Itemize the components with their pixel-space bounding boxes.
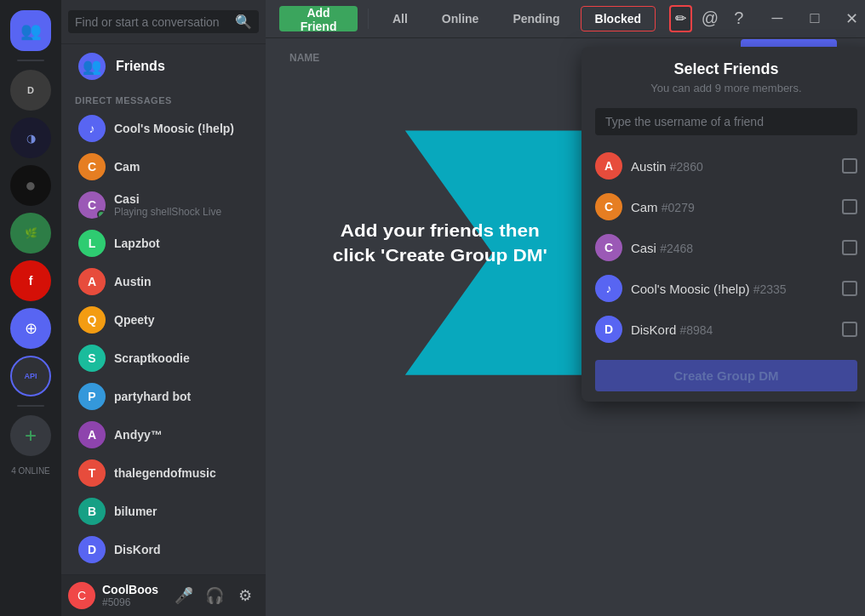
dm-item-lapzbot[interactable]: L Lapzbot (68, 225, 259, 262)
dm-status-casi: Playing shellShock Live (114, 206, 252, 218)
server-icon-dark[interactable]: ● (10, 165, 51, 206)
dm-info-bilumer: bilumer (114, 505, 252, 518)
dm-info-casi: Casi Playing shellShock Live (114, 192, 252, 218)
help-icon: ? (734, 9, 743, 28)
mic-button[interactable]: 🎤 (170, 582, 198, 609)
dm-avatar-andyy: A (78, 421, 106, 448)
modal-friend-checkbox-diskord[interactable] (842, 322, 857, 337)
search-input[interactable] (75, 15, 235, 29)
all-tab[interactable]: All (379, 6, 421, 31)
dm-name-qpeety: Qpeety (114, 313, 252, 327)
dm-info-coolsmoosic: Cool's Moosic (!help) (114, 122, 252, 135)
help-button[interactable]: ? (728, 5, 750, 32)
dm-info-qpeety: Qpeety (114, 313, 252, 327)
friends-nav-item[interactable]: 👥 Friends (68, 46, 259, 87)
svg-text:Add your friends then: Add your friends then (341, 220, 540, 241)
dm-item-partyhardbot[interactable]: P partyhard bot (68, 378, 259, 415)
dm-avatar-casi: C (78, 191, 106, 219)
add-friend-tab[interactable]: Add Friend (279, 6, 358, 31)
modal-friend-name-cam: Cam #0279 (631, 200, 842, 214)
search-icon: 🔍 (235, 14, 252, 30)
minimize-button[interactable]: ─ (764, 5, 791, 32)
modal-search-placeholder[interactable]: Type the username of a friend (595, 108, 857, 135)
channel-sidebar: 🔍 👥 Friends DIRECT MESSAGES ♪ Cool's Moo… (61, 0, 266, 616)
select-friends-modal: Select Friends You can add 9 more member… (581, 47, 865, 402)
dm-item-bilumer[interactable]: B bilumer (68, 493, 259, 530)
search-input-wrap[interactable]: 🔍 (68, 10, 259, 33)
modal-friend-tag-cam: #0279 (662, 201, 695, 214)
dm-info-thalegendofmusic: thalegendofmusic (114, 466, 252, 480)
friends-nav-icon: 👥 (78, 53, 106, 80)
dm-info-andyy: Andyy™ (114, 428, 252, 442)
dm-list: ♪ Cool's Moosic (!help) C Cam C Cas (61, 109, 266, 574)
dm-item-coolsmoosic[interactable]: ♪ Cool's Moosic (!help) (68, 110, 259, 147)
modal-friend-row-diskord[interactable]: D DisKord #8984 (581, 309, 865, 350)
modal-friend-checkbox-casi[interactable] (842, 240, 857, 255)
server-icon-dawn[interactable]: D (10, 70, 51, 111)
dm-item-andyy[interactable]: A Andyy™ (68, 416, 259, 453)
maximize-button[interactable]: □ (801, 5, 828, 32)
mention-icon: @ (702, 9, 719, 28)
modal-friend-name-casi: Casi #2468 (631, 241, 842, 255)
modal-friend-checkbox-coolsmoosic[interactable] (842, 281, 857, 296)
server-icon-green[interactable]: 🌿 (10, 213, 51, 254)
dm-item-scraptkoodie[interactable]: S Scraptkoodie (68, 339, 259, 377)
server-sidebar: 👥 D ◑ ● 🌿 f ⊕ API + 4 ONLINE (0, 0, 61, 616)
dm-item-cam[interactable]: C Cam (68, 148, 259, 185)
server-icon-fm[interactable]: f (10, 260, 51, 301)
settings-button[interactable]: ⚙ (232, 582, 259, 609)
dm-avatar-qpeety: Q (78, 306, 106, 334)
online-tab[interactable]: Online (428, 6, 493, 31)
modal-friend-checkbox-cam[interactable] (842, 199, 857, 214)
dm-item-casi[interactable]: C Casi Playing shellShock Live (68, 186, 259, 224)
modal-friend-avatar-coolsmoosic: ♪ (595, 275, 622, 302)
window-controls: ─ □ ✕ (764, 5, 865, 32)
modal-friend-row-coolsmoosic[interactable]: ♪ Cool's Moosic (!help) #2335 (581, 268, 865, 309)
server-icon-discord[interactable]: ⊕ (10, 308, 51, 349)
modal-friend-row-cam[interactable]: C Cam #0279 (581, 186, 865, 227)
headphones-button[interactable]: 🎧 (201, 582, 228, 609)
dm-item-austin[interactable]: A Austin (68, 263, 259, 300)
server-icon-api[interactable]: API (10, 356, 51, 396)
dm-info-austin: Austin (114, 275, 252, 288)
main-header: Add Friend All Online Pending Blocked ✏ … (266, 0, 865, 38)
dm-info-diskord: DisKord (114, 543, 252, 556)
blocked-tab[interactable]: Blocked (581, 6, 656, 31)
name-column-header: NAME (289, 52, 572, 64)
modal-header: Select Friends You can add 9 more member… (581, 47, 865, 98)
modal-friend-name-austin: Austin #2860 (631, 159, 842, 174)
dm-avatar-cam: C (78, 153, 106, 180)
modal-friend-name-coolsmoosic: Cool's Moosic (!help) #2335 (631, 282, 842, 296)
modal-friend-checkbox-austin[interactable] (842, 158, 857, 174)
dm-avatar-bilumer: B (78, 498, 106, 525)
search-bar: 🔍 (61, 0, 266, 44)
dm-item-diskord[interactable]: D DisKord (68, 531, 259, 568)
dm-info-cam: Cam (114, 160, 252, 174)
user-tag: #5096 (102, 596, 170, 608)
dm-item-qpeety[interactable]: Q Qpeety (68, 301, 259, 339)
modal-friend-row-casi[interactable]: C Casi #2468 (581, 227, 865, 268)
close-button[interactable]: ✕ (839, 5, 865, 32)
dm-name-cam: Cam (114, 160, 252, 174)
main-content: Add Friend All Online Pending Blocked ✏ … (266, 0, 865, 616)
server-icon-eclipse[interactable]: ◑ (10, 117, 51, 158)
friends-nav-label: Friends (116, 59, 165, 74)
modal-friend-tag-diskord: #8984 (679, 323, 713, 337)
dm-avatar-diskord: D (78, 536, 106, 563)
dm-section-label: DIRECT MESSAGES (61, 88, 266, 109)
online-count-label: 4 ONLINE (11, 466, 50, 476)
mention-button[interactable]: @ (699, 5, 721, 32)
server-divider-2 (17, 405, 44, 407)
modal-title: Select Friends (595, 60, 857, 78)
dm-name-lapzbot: Lapzbot (114, 237, 252, 250)
dm-name-austin: Austin (114, 275, 252, 288)
modal-friend-avatar-austin: A (595, 152, 622, 180)
modal-friend-row-austin[interactable]: A Austin #2860 (581, 145, 865, 186)
server-icon-friends[interactable]: 👥 (10, 10, 51, 51)
pending-tab[interactable]: Pending (499, 6, 573, 31)
add-server-button[interactable]: + (10, 415, 51, 456)
create-group-dm-button[interactable]: Create Group DM (595, 360, 857, 391)
dm-item-thalegendofmusic[interactable]: T thalegendofmusic (68, 454, 259, 492)
dm-name-partyhardbot: partyhard bot (114, 390, 252, 403)
new-dm-button[interactable]: ✏ (669, 5, 692, 32)
